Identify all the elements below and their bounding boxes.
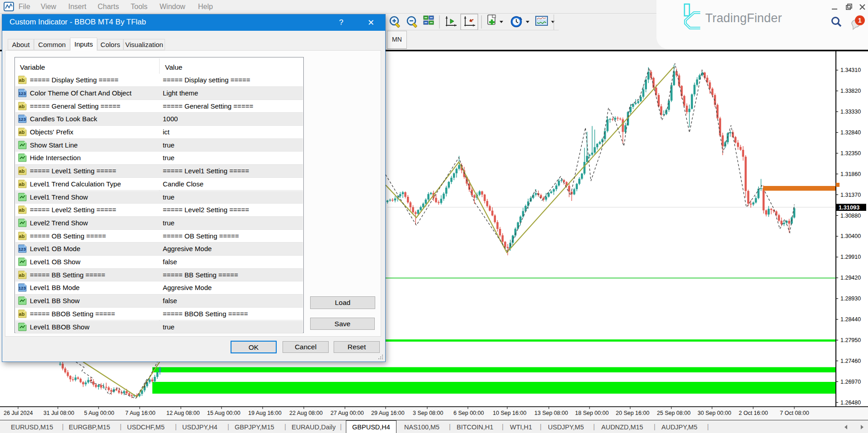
svg-text:29 Aug 16:00: 29 Aug 16:00	[371, 410, 405, 416]
svg-text:1.32840: 1.32840	[840, 129, 861, 136]
svg-text:1.33820: 1.33820	[840, 88, 861, 94]
svg-text:1.28930: 1.28930	[840, 295, 861, 302]
svg-text:31 Jul 08:00: 31 Jul 08:00	[43, 410, 74, 416]
svg-text:ab: ab	[19, 77, 25, 83]
svg-text:25 Sep 08:00: 25 Sep 08:00	[657, 410, 690, 416]
svg-text:1.33330: 1.33330	[840, 109, 861, 115]
svg-text:123: 123	[19, 91, 26, 96]
svg-text:123: 123	[19, 247, 26, 252]
svg-text:1.26480: 1.26480	[840, 400, 861, 406]
svg-text:ab: ab	[19, 129, 25, 135]
svg-text:ab: ab	[19, 311, 25, 317]
svg-text:27 Aug 00:00: 27 Aug 00:00	[330, 410, 364, 416]
svg-text:1.31370: 1.31370	[840, 192, 861, 198]
svg-text:12 Aug 08:00: 12 Aug 08:00	[166, 410, 200, 416]
svg-text:15 Aug 00:00: 15 Aug 00:00	[207, 410, 241, 416]
svg-text:1.31860: 1.31860	[840, 171, 861, 177]
svg-text:2 Oct 16:00: 2 Oct 16:00	[739, 410, 768, 416]
svg-text:19 Aug 16:00: 19 Aug 16:00	[248, 410, 282, 416]
svg-text:123: 123	[19, 285, 26, 290]
svg-text:ab: ab	[19, 181, 25, 187]
svg-text:ab: ab	[19, 233, 25, 239]
svg-text:6 Sep 00:00: 6 Sep 00:00	[453, 410, 484, 416]
svg-text:1.32350: 1.32350	[840, 150, 861, 157]
svg-text:26 Jul 2024: 26 Jul 2024	[4, 410, 33, 416]
svg-text:1.30400: 1.30400	[840, 233, 861, 239]
svg-text:1.29910: 1.29910	[840, 254, 861, 260]
svg-text:7 Aug 16:00: 7 Aug 16:00	[125, 410, 156, 416]
svg-text:1.30880: 1.30880	[840, 213, 861, 219]
svg-text:3 Sep 08:00: 3 Sep 08:00	[413, 410, 443, 416]
svg-text:123: 123	[19, 117, 26, 122]
svg-text:10 Sep 16:00: 10 Sep 16:00	[493, 410, 526, 416]
svg-text:1.26970: 1.26970	[840, 379, 861, 385]
svg-text:1.29420: 1.29420	[840, 275, 861, 281]
svg-text:ab: ab	[19, 207, 25, 213]
svg-text:22 Aug 08:00: 22 Aug 08:00	[289, 410, 323, 416]
svg-text:ab: ab	[19, 104, 25, 109]
svg-text:5 Aug 00:00: 5 Aug 00:00	[84, 410, 114, 416]
svg-text:7 Oct 08:00: 7 Oct 08:00	[780, 410, 809, 416]
svg-text:ab: ab	[19, 168, 25, 174]
svg-text:1.27950: 1.27950	[840, 337, 861, 343]
svg-text:13 Sep 08:00: 13 Sep 08:00	[534, 410, 568, 416]
svg-text:1.34310: 1.34310	[840, 67, 861, 73]
svg-text:1.27460: 1.27460	[840, 358, 861, 364]
svg-text:1.28440: 1.28440	[840, 316, 861, 323]
svg-text:1.31093: 1.31093	[839, 204, 859, 211]
svg-text:30 Sep 00:00: 30 Sep 00:00	[698, 410, 731, 416]
svg-text:18 Sep 00:00: 18 Sep 00:00	[575, 410, 609, 416]
svg-text:ab: ab	[19, 272, 25, 278]
svg-text:20 Sep 16:00: 20 Sep 16:00	[616, 410, 649, 416]
